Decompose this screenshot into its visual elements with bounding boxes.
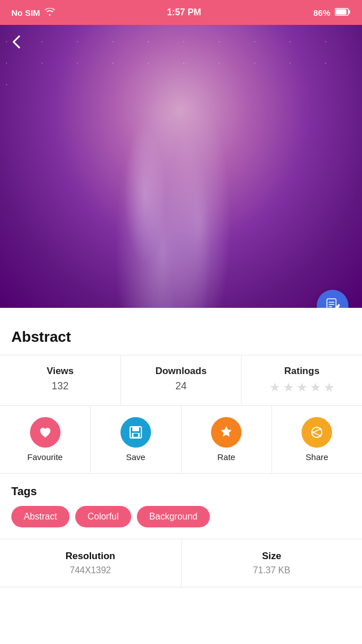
size-label: Size [182,551,363,562]
rate-action[interactable]: Rate [182,406,272,473]
downloads-stat: Downloads 24 [121,355,242,405]
carrier-label: No SIM [11,8,40,18]
title-section: Abstract [0,308,362,355]
favourite-action[interactable]: Favourite [0,406,90,473]
favourite-icon-bg [30,417,61,448]
svg-point-12 [312,431,314,433]
rate-label: Rate [217,452,235,462]
svg-point-13 [319,428,321,430]
stats-row: Views 132 Downloads 24 Ratings ★ ★ ★ ★ ★ [0,355,362,406]
svg-rect-8 [132,427,139,431]
views-value: 132 [0,380,120,392]
back-button[interactable] [9,34,25,54]
tag-colorful[interactable]: Colorful [75,506,131,527]
size-cell: Size 71.37 KB [182,539,363,587]
save-icon-bg [120,417,151,448]
status-bar-right: 86% [313,8,351,18]
svg-rect-2 [336,9,347,14]
share-action[interactable]: Share [272,406,362,473]
actions-row: Favourite Save Rate [0,406,362,474]
svg-rect-1 [348,10,350,14]
share-label: Share [305,452,328,462]
star-rating: ★ ★ ★ ★ ★ [242,380,362,395]
tags-title: Tags [11,485,351,498]
downloads-label: Downloads [121,366,242,377]
hero-background [0,25,362,308]
svg-line-15 [314,430,319,432]
views-stat: Views 132 [0,355,121,405]
tags-section: Tags Abstract Colorful Background [0,474,362,539]
time-display: 1:57 PM [167,7,201,18]
svg-rect-10 [133,433,138,437]
status-bar-left: No SIM [11,8,55,18]
star-4: ★ [310,380,321,395]
resolution-cell: Resolution 744X1392 [0,539,182,587]
views-label: Views [0,366,120,377]
star-1: ★ [269,380,281,395]
favourite-label: Favourite [27,452,63,462]
ratings-label: Ratings [242,366,362,377]
star-3: ★ [296,380,308,395]
size-value: 71.37 KB [182,565,363,576]
save-action[interactable]: Save [90,406,181,473]
save-label: Save [126,452,145,462]
hero-image-container [0,25,362,308]
tags-list: Abstract Colorful Background [11,506,351,527]
svg-line-16 [314,433,319,435]
share-icon-bg [301,417,332,448]
battery-label: 86% [313,8,330,18]
star-5: ★ [324,380,335,395]
battery-icon [335,8,351,18]
tag-background[interactable]: Background [137,506,210,527]
resolution-row: Resolution 744X1392 Size 71.37 KB [0,539,362,587]
svg-point-14 [319,435,321,437]
wifi-icon [45,8,55,18]
status-bar: No SIM 1:57 PM 86% [0,0,362,25]
downloads-value: 24 [121,380,242,392]
ratings-stat: Ratings ★ ★ ★ ★ ★ [242,355,362,405]
wallpaper-title: Abstract [11,328,351,346]
resolution-value: 744X1392 [0,565,181,576]
tag-abstract[interactable]: Abstract [11,506,70,527]
resolution-label: Resolution [0,551,181,562]
star-2: ★ [283,380,294,395]
content-area: Abstract Views 132 Downloads 24 Ratings … [0,308,362,587]
rate-icon-bg [211,417,242,448]
